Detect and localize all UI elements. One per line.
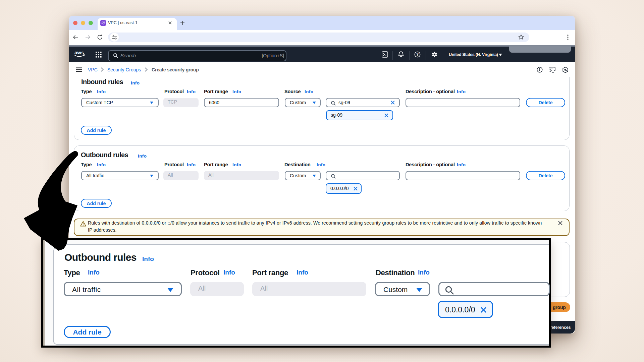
svg-text:?: ? — [416, 52, 419, 56]
